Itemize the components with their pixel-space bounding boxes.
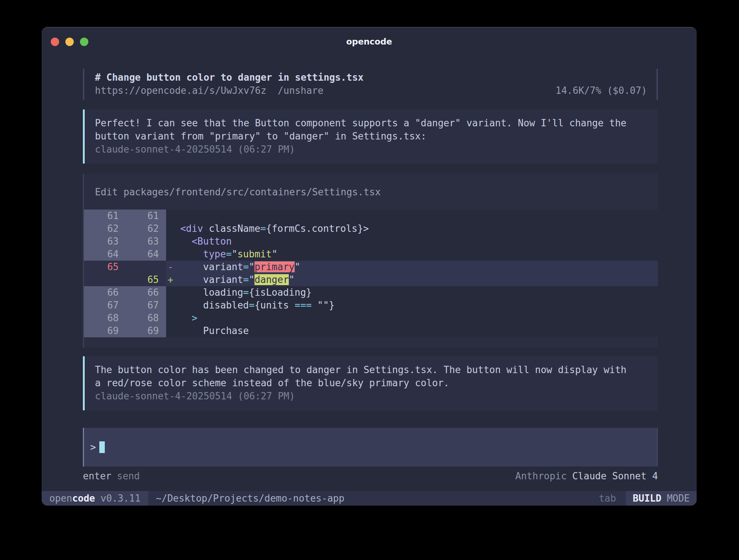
code-token: >	[192, 312, 198, 323]
token-cost-stats: 14.6K/7% ($0.07)	[556, 84, 647, 97]
assistant-message-1: Perfect! I can see that the Button compo…	[83, 110, 658, 164]
code-token: {formCs.controls}>	[266, 223, 369, 234]
diff-code-line	[175, 210, 658, 222]
code-token: "	[249, 274, 255, 285]
diff-line-number-old	[84, 273, 119, 286]
diff-line-number-old: 65	[84, 261, 119, 273]
diff-sign	[166, 325, 175, 337]
unshare-command: /unshare	[278, 85, 323, 96]
message-meta: claude-sonnet-4-20250514 (06:27 PM)	[95, 143, 649, 156]
code-token: ===	[295, 300, 312, 311]
code-token: {units	[254, 300, 295, 311]
diff-row: 6464 type="submit"	[84, 248, 658, 261]
diff-code-line: variant="primary"	[175, 261, 658, 273]
minimize-button[interactable]	[65, 38, 74, 46]
diff-table: 6161 6262 <div className={formCs.control…	[84, 210, 658, 337]
code-token: variant	[175, 261, 243, 272]
session-subrow: https://opencode.ai/s/UwJxv76z/unshare 1…	[95, 84, 647, 97]
diff-line-number-new	[119, 261, 166, 273]
app-version-segment: opencodev0.3.11	[42, 491, 148, 506]
opencode-window: opencode # Change button color to danger…	[42, 27, 697, 506]
code-token: disabled	[175, 300, 249, 311]
zoom-button[interactable]	[80, 38, 88, 46]
diff-line-number-new: 68	[119, 312, 166, 325]
app-version: v0.3.11	[100, 493, 141, 504]
diff-sign	[166, 312, 175, 325]
code-token: =	[243, 261, 249, 272]
message-line: The button color has been changed to dan…	[95, 363, 649, 376]
mode-label-dim: MODE	[667, 493, 690, 504]
diff-line-number-old: 62	[84, 222, 119, 235]
status-middle: ~/Desktop/Projects/demo-notes-app tab	[148, 491, 626, 506]
share-url[interactable]: https://opencode.ai/s/UwJxv76z	[95, 85, 267, 96]
diff-row: 6868 >	[84, 312, 658, 325]
code-token	[175, 249, 203, 260]
session-header: # Change button color to danger in setti…	[83, 69, 658, 100]
enter-key-hint: enter	[83, 471, 111, 482]
hints-row: entersend AnthropicClaude Sonnet 4	[83, 469, 658, 483]
code-token: loading	[175, 287, 243, 298]
code-token: primary	[254, 261, 295, 272]
diff-line-number-old: 61	[84, 210, 119, 222]
diff-line-number-old: 66	[84, 286, 119, 299]
diff-line-number-new: 61	[119, 210, 166, 222]
session-links: https://opencode.ai/s/UwJxv76z/unshare	[95, 84, 323, 97]
diff-row: 6363 <Button	[84, 235, 658, 248]
code-token: ""}	[312, 300, 335, 311]
app-name-bold: code	[72, 493, 95, 504]
diff-sign: +	[166, 273, 175, 286]
working-directory: ~/Desktop/Projects/demo-notes-app	[156, 493, 345, 504]
prompt-symbol: >	[90, 442, 96, 453]
diff-sign	[166, 210, 175, 222]
diff-row: 65- variant="primary"	[84, 261, 658, 273]
diff-sign	[166, 235, 175, 248]
code-token: =	[243, 287, 249, 298]
code-token: =	[260, 223, 266, 234]
text-cursor	[99, 441, 105, 453]
diff-code-line: type="submit"	[175, 248, 658, 261]
diff-row: 6262 <div className={formCs.controls}>	[84, 222, 658, 235]
diff-line-number-new: 66	[119, 286, 166, 299]
diff-code-line: Purchase	[175, 325, 658, 337]
code-token: variant	[175, 274, 243, 285]
code-token: "	[295, 261, 300, 272]
code-token: {isLoading}	[249, 287, 312, 298]
status-bar: opencodev0.3.11 ~/Desktop/Projects/demo-…	[42, 491, 697, 506]
main-content: # Change button color to danger in setti…	[42, 56, 697, 483]
code-token: <div	[175, 223, 203, 234]
edit-tool-header: Edit packages/frontend/src/containers/Se…	[84, 185, 658, 199]
code-token: "	[232, 249, 238, 260]
code-token: "	[272, 249, 277, 260]
model-name: Claude Sonnet 4	[572, 471, 658, 482]
diff-line-number-new: 69	[119, 325, 166, 337]
diff-line-number-new: 63	[119, 235, 166, 248]
diff-line-number-new: 67	[119, 299, 166, 312]
diff-code-line: <Button	[175, 235, 658, 248]
code-token: "	[249, 261, 255, 272]
mode-label-bold: BUILD	[633, 493, 661, 504]
send-action-hint: send	[117, 471, 140, 482]
diff-line-number-new: 62	[119, 222, 166, 235]
edit-tool-block: Edit packages/frontend/src/containers/Se…	[83, 174, 658, 348]
provider-name: Anthropic	[515, 471, 567, 482]
prompt-input[interactable]: >	[83, 428, 658, 467]
diff-line-number-new: 65	[119, 273, 166, 286]
code-token: Purchase	[175, 325, 249, 336]
diff-row: 6161	[84, 210, 658, 222]
code-token: submit	[237, 249, 272, 260]
diff-line-number-old: 63	[84, 235, 119, 248]
code-token: danger	[254, 274, 289, 285]
close-button[interactable]	[51, 38, 59, 46]
session-title: # Change button color to danger in setti…	[95, 71, 647, 84]
diff-code-line: variant="danger"	[175, 273, 658, 286]
tab-key-hint: tab	[599, 493, 616, 504]
message-line: Perfect! I can see that the Button compo…	[95, 116, 649, 130]
send-hint: entersend	[83, 469, 140, 483]
mode-segment[interactable]: BUILDMODE	[626, 491, 697, 506]
title-bar: opencode	[42, 27, 697, 56]
diff-sign	[166, 222, 175, 235]
code-token: =	[249, 300, 255, 311]
message-line: a red/rose color scheme instead of the b…	[95, 376, 649, 390]
diff-row: 6767 disabled={units === ""}	[84, 299, 658, 312]
code-token: =	[226, 249, 232, 260]
